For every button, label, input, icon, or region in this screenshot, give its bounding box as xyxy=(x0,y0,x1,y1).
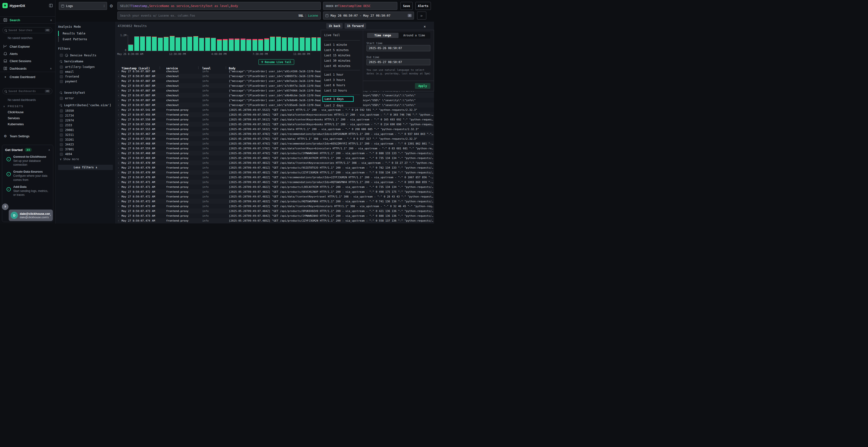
date-range-input[interactable]: May 26 08:50:07 - May 27 08:50:07 d xyxy=(323,11,414,20)
row-expand-chevron-icon[interactable]: › xyxy=(118,166,122,169)
checkbox[interactable] xyxy=(60,129,63,132)
row-expand-chevron-icon[interactable]: › xyxy=(118,205,122,208)
histogram-bar[interactable] xyxy=(134,36,139,51)
histogram-bar[interactable] xyxy=(182,37,186,51)
saved-dashboards-input[interactable]: Saved Dashboards ⌘K xyxy=(2,88,52,94)
histogram-bar[interactable] xyxy=(176,37,180,51)
histogram-bar[interactable] xyxy=(246,39,251,51)
filter-value-row[interactable]: 32311 xyxy=(60,133,120,137)
resume-live-tail-button[interactable]: Resume Live Tail xyxy=(258,59,294,65)
row-expand-chevron-icon[interactable]: › xyxy=(118,80,122,82)
checkbox[interactable] xyxy=(60,66,63,69)
preset-services[interactable]: Services xyxy=(8,116,20,120)
row-expand-chevron-icon[interactable]: › xyxy=(118,176,122,179)
row-expand-chevron-icon[interactable]: › xyxy=(118,142,122,145)
checkbox[interactable] xyxy=(60,70,63,73)
preset-clickhouse[interactable]: ClickHouse xyxy=(8,110,24,114)
filter-value-row[interactable]: 37801 xyxy=(60,147,120,152)
option-last-1-days-selected[interactable]: Last 1 days xyxy=(322,96,354,102)
order-by-input[interactable]: ORDER BY TimestampTime DESC xyxy=(323,2,397,10)
filter-value-row[interactable]: 22974 xyxy=(60,118,120,123)
tab-around-a-time[interactable]: Around a time xyxy=(399,33,430,38)
checkbox[interactable] xyxy=(60,97,63,100)
denoise-results-filter[interactable]: Denoise Results xyxy=(60,53,96,57)
collapse-sidebar-icon[interactable] xyxy=(49,4,53,7)
histogram-bar[interactable] xyxy=(229,38,234,51)
log-row[interactable]: › May 27 8:50:07.470 AM frontend-proxy i… xyxy=(118,161,434,165)
filter-value-row[interactable]: 19350 xyxy=(60,108,120,113)
histogram-bar[interactable] xyxy=(252,39,257,51)
histogram-bar[interactable] xyxy=(128,44,133,51)
option-last-2-days[interactable]: Last 2 days xyxy=(324,103,361,108)
checkbox[interactable] xyxy=(60,80,63,83)
checkbox[interactable] xyxy=(60,153,63,156)
row-expand-chevron-icon[interactable]: › xyxy=(118,70,122,73)
row-expand-chevron-icon[interactable]: › xyxy=(118,219,122,222)
histogram-bar[interactable] xyxy=(258,39,263,51)
get-started-item[interactable]: ✓ Connect to ClickHouse Set up your data… xyxy=(5,155,50,167)
log-row[interactable]: › May 27 8:50:07.559 AM frontend-proxy i… xyxy=(118,136,434,141)
get-started-item[interactable]: ✓ Add Data Start sending logs, metrics, … xyxy=(5,185,50,197)
mode-results-table[interactable]: Results Table xyxy=(58,31,85,36)
filter-value-row[interactable]: error xyxy=(60,96,120,101)
events-histogram[interactable] xyxy=(128,35,323,51)
filter-group-cache-size[interactable]: LogAttributes['cache.size'] xyxy=(60,104,111,107)
histogram-bar[interactable] xyxy=(170,36,175,51)
row-expand-chevron-icon[interactable]: › xyxy=(118,210,122,212)
option-last-6-hours[interactable]: Last 6 hours xyxy=(324,83,361,88)
option-last-1-hour[interactable]: Last 1 hour xyxy=(324,72,361,77)
checkbox[interactable] xyxy=(60,124,63,127)
log-row[interactable]: › May 27 8:50:07.473 AM frontend-proxy i… xyxy=(118,213,434,218)
saved-searches-input[interactable]: Saved Searches ⌘K xyxy=(2,27,52,33)
log-row[interactable]: › May 27 8:50:07.472 AM frontend-proxy i… xyxy=(118,199,434,204)
row-expand-chevron-icon[interactable]: › xyxy=(118,133,122,135)
row-expand-chevron-icon[interactable]: › xyxy=(118,75,122,77)
log-row[interactable]: › May 27 8:50:07.493 AM frontend-proxy i… xyxy=(118,112,434,117)
row-expand-chevron-icon[interactable]: › xyxy=(118,94,122,97)
log-row[interactable]: › May 27 8:50:07.471 AM frontend-proxy i… xyxy=(118,184,434,189)
row-expand-chevron-icon[interactable]: › xyxy=(118,181,122,183)
checkbox[interactable] xyxy=(60,119,63,122)
option-live-tail[interactable]: Live Tail xyxy=(324,33,361,37)
log-row[interactable]: › May 27 8:50:07.887 AM checkout info {"… xyxy=(118,103,434,107)
checkbox[interactable] xyxy=(60,138,63,141)
end-time-input[interactable] xyxy=(367,59,430,65)
row-expand-chevron-icon[interactable]: › xyxy=(118,171,122,174)
checkbox[interactable] xyxy=(60,133,63,137)
create-dashboard-button[interactable]: + Create Dashboard xyxy=(0,74,55,80)
log-row[interactable]: › May 27 8:50:07.473 AM frontend-proxy i… xyxy=(118,209,434,213)
run-query-button[interactable]: ▷ xyxy=(417,11,426,20)
histogram-bar[interactable] xyxy=(193,36,198,51)
sidebar-item-alerts[interactable]: Alerts xyxy=(0,50,55,57)
filter-value-row[interactable]: 4894 xyxy=(60,152,120,157)
filter-value-row[interactable]: email xyxy=(60,69,120,74)
histogram-bar[interactable] xyxy=(241,38,245,51)
shift-1h-back-button[interactable]: 1h back xyxy=(326,23,343,29)
histogram-bar[interactable] xyxy=(164,37,168,51)
row-expand-chevron-icon[interactable]: › xyxy=(118,157,122,160)
row-expand-chevron-icon[interactable]: › xyxy=(118,138,122,140)
checkbox[interactable] xyxy=(60,114,63,117)
source-select[interactable]: Logs ▴▾ xyxy=(59,2,107,10)
checkbox[interactable] xyxy=(60,54,63,57)
checkbox[interactable] xyxy=(60,143,63,146)
histogram-bar[interactable] xyxy=(306,38,310,51)
log-row[interactable]: › May 27 8:50:07.887 AM checkout info {"… xyxy=(118,93,434,98)
log-row[interactable]: › May 27 8:50:07.470 AM frontend-proxy i… xyxy=(118,170,434,175)
show-more-toggle[interactable]: ∨ Show more xyxy=(60,158,79,161)
histogram-bar[interactable] xyxy=(300,37,305,51)
row-expand-chevron-icon[interactable]: › xyxy=(118,109,122,111)
get-started-item[interactable]: ✓ Create Data Sources Configure where yo… xyxy=(5,170,50,182)
filter-value-row[interactable]: 29081 xyxy=(60,128,120,133)
histogram-bar[interactable] xyxy=(311,37,316,51)
filter-group-severitytext[interactable]: SeverityText xyxy=(60,91,85,94)
row-expand-chevron-icon[interactable]: › xyxy=(118,147,122,150)
row-expand-chevron-icon[interactable]: › xyxy=(118,104,122,106)
histogram-bar[interactable] xyxy=(152,37,157,51)
sidebar-item-client-sessions[interactable]: Client Sessions xyxy=(0,58,55,64)
option-last-12-hours[interactable]: Last 12 hours xyxy=(324,89,361,93)
checkbox[interactable] xyxy=(60,75,63,78)
histogram-bar[interactable] xyxy=(288,37,293,51)
histogram-bar[interactable] xyxy=(146,36,151,51)
row-expand-chevron-icon[interactable]: › xyxy=(118,99,122,102)
